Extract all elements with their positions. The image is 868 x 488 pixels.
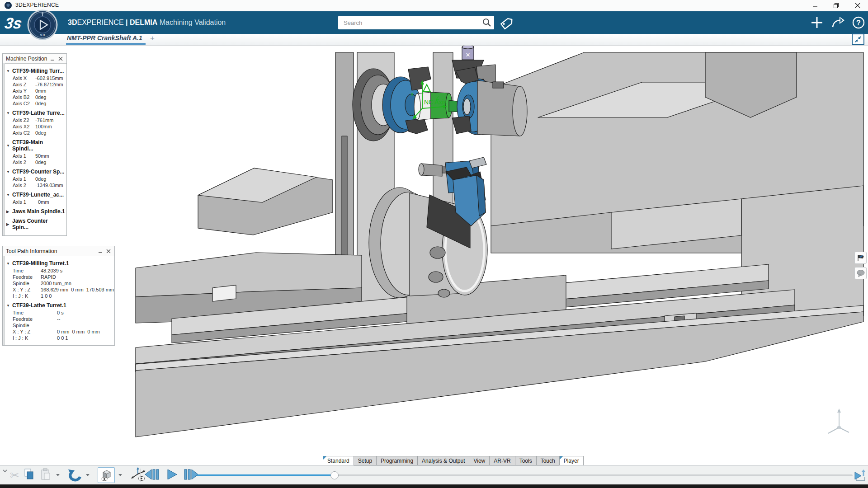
tag-icon[interactable]: [498, 14, 516, 34]
share-icon[interactable]: [831, 16, 845, 31]
panel-row: Feedrate--: [13, 316, 113, 322]
row-label: Axis 2: [13, 183, 35, 188]
expand-toolbar-icon[interactable]: [2, 467, 8, 475]
panel-group-header[interactable]: ▼CTF39-Lathe Turret.1: [6, 302, 113, 309]
expanded-triangle-icon[interactable]: ▼: [6, 170, 10, 174]
row-label: I : J : K: [13, 335, 57, 341]
panel-group-title: Jaws Counter Spin...: [12, 218, 65, 230]
expanded-triangle-icon[interactable]: ▼: [6, 193, 10, 197]
active-tab-underline: [66, 43, 146, 45]
workbench-tab-ar-vr[interactable]: AR-VR: [489, 456, 515, 465]
panel-group-header[interactable]: ▼CTF39-Main Spindl...: [6, 139, 65, 152]
workbench-tab-analysis-output[interactable]: Analysis & Output: [417, 456, 469, 465]
panel-group-header[interactable]: ▼CTF39-Milling Turret.1: [6, 260, 113, 267]
cut-icon[interactable]: ✂: [10, 469, 19, 482]
panel-group: ▼CTF39-Milling Turret.1Time48.2039 sFeed…: [6, 260, 113, 299]
row-value: -761mm: [35, 117, 53, 123]
timeline-slider[interactable]: [197, 472, 853, 479]
search-input[interactable]: [338, 16, 483, 29]
expanded-triangle-icon[interactable]: ▼: [6, 304, 10, 308]
undo-icon[interactable]: [67, 467, 82, 483]
export-playback-icon[interactable]: [853, 468, 867, 484]
visualization-dropdown-icon[interactable]: [118, 474, 122, 476]
tool-marker: ✕: [466, 52, 471, 58]
document-tab[interactable]: NMT-PPR CrankShaft A.1: [67, 34, 142, 42]
expanded-triangle-icon[interactable]: ▼: [6, 69, 10, 73]
minimize-icon[interactable]: [807, 0, 823, 11]
new-tab-button[interactable]: +: [150, 34, 155, 43]
panel-close-icon[interactable]: [105, 248, 112, 255]
panel-group-title: CTF39-Milling Turr...: [12, 68, 64, 74]
panel-group-header[interactable]: ▼CTF39-Lathe Turre...: [6, 110, 65, 116]
help-icon[interactable]: ?: [852, 16, 865, 31]
machine-3d-scene[interactable]: NC Axis Z X ✕: [0, 46, 868, 465]
row-label: Axis Y: [13, 88, 35, 94]
timeline-handle[interactable]: [330, 471, 339, 479]
panel-group-header[interactable]: ▼CTF39-Milling Turr...: [6, 68, 65, 74]
step-backward-icon[interactable]: [144, 468, 161, 483]
search-icon[interactable]: [481, 17, 492, 30]
undo-dropdown-icon[interactable]: [86, 474, 90, 476]
row-label: X : Y : Z: [13, 329, 57, 335]
row-value: 0deg: [35, 94, 46, 100]
add-content-icon[interactable]: [810, 16, 824, 31]
workbench-tab-programming[interactable]: Programming: [376, 456, 418, 465]
document-tabbar: NMT-PPR CrankShaft A.1 +: [0, 34, 868, 46]
3d-viewport[interactable]: NC Axis Z X ✕: [0, 46, 868, 465]
panel-close-icon[interactable]: [57, 55, 64, 62]
panel-group-header[interactable]: ▼CTF39-Lunette_ac...: [6, 192, 65, 198]
workbench-tab-setup[interactable]: Setup: [354, 456, 377, 465]
panel-titlebar[interactable]: Tool Path Information: [3, 246, 114, 256]
panel-title: Tool Path Information: [6, 248, 57, 254]
panel-minimize-icon[interactable]: [49, 55, 56, 62]
compass-icon[interactable]: V.R: [27, 9, 58, 42]
panel-group: ▼CTF39-Milling Turr...Axis X-602.915mmAx…: [6, 68, 65, 107]
panel-group-title: CTF39-Main Spindl...: [12, 139, 65, 152]
paste-icon[interactable]: [39, 468, 52, 483]
row-value: 0 s: [57, 310, 64, 316]
panel-row: Axis Z2-761mm: [13, 117, 65, 123]
row-value: RAPID: [41, 274, 56, 280]
panel-row: Axis Y0mm: [13, 88, 65, 94]
panel-group-header[interactable]: ▶Jaws Main Spindle.1: [6, 208, 65, 215]
row-value: -76.8712mm: [35, 82, 63, 88]
row-value: 0 0 1: [57, 335, 68, 341]
comment-bubble-icon[interactable]: [854, 267, 867, 279]
3ds-logo[interactable]: 3s: [4, 12, 25, 35]
panel-group: ▼CTF39-Counter Sp...Axis 10degAxis 2-134…: [6, 169, 65, 188]
paste-dropdown-icon[interactable]: [56, 474, 60, 476]
application-window: 3DEXPERIENCE 3s V.R: [0, 0, 868, 488]
expanded-triangle-icon[interactable]: ▼: [6, 111, 10, 115]
copy-icon[interactable]: [22, 468, 36, 483]
panel-group-header[interactable]: ▶Jaws Counter Spin...: [6, 218, 65, 230]
panel-group-header[interactable]: ▼CTF39-Counter Sp...: [6, 169, 65, 175]
workbench-tab-standard[interactable]: Standard: [323, 456, 354, 465]
row-value: -602.915mm: [35, 75, 63, 81]
panel-group: ▼CTF39-Lathe Turre...Axis Z2-761mmAxis X…: [6, 110, 65, 136]
workbench-tab-player[interactable]: Player: [559, 456, 584, 465]
panel-row: Axis X-602.915mm: [13, 75, 65, 81]
collapsed-triangle-icon[interactable]: ▶: [6, 222, 10, 226]
workbench-tab-touch[interactable]: Touch: [536, 456, 560, 465]
workbench-tab-view[interactable]: View: [469, 456, 490, 465]
validation-flag-icon[interactable]: [854, 252, 867, 264]
panel-row: Axis 150mm: [13, 153, 65, 159]
app-icon: [5, 2, 12, 9]
collapse-view-icon[interactable]: [852, 33, 864, 45]
panel-group-title: CTF39-Counter Sp...: [12, 169, 64, 175]
panel-titlebar[interactable]: Machine Position: [3, 54, 66, 64]
panel-row: Axis 20deg: [13, 160, 65, 165]
close-icon[interactable]: [850, 0, 865, 11]
restore-icon[interactable]: [828, 0, 844, 11]
expanded-triangle-icon[interactable]: ▼: [6, 262, 10, 266]
expanded-triangle-icon[interactable]: ▼: [6, 144, 10, 148]
panel-minimize-icon[interactable]: [97, 248, 104, 255]
row-label: Time: [13, 310, 57, 316]
workbench-tab-tools[interactable]: Tools: [515, 456, 537, 465]
collapsed-triangle-icon[interactable]: ▶: [6, 210, 10, 214]
panel-row: Axis X2100mm: [13, 124, 65, 130]
panel-row: Axis 10deg: [13, 176, 65, 182]
visualization-mode-icon[interactable]: [98, 467, 115, 483]
play-icon[interactable]: [165, 468, 178, 483]
row-value: --: [57, 316, 60, 322]
